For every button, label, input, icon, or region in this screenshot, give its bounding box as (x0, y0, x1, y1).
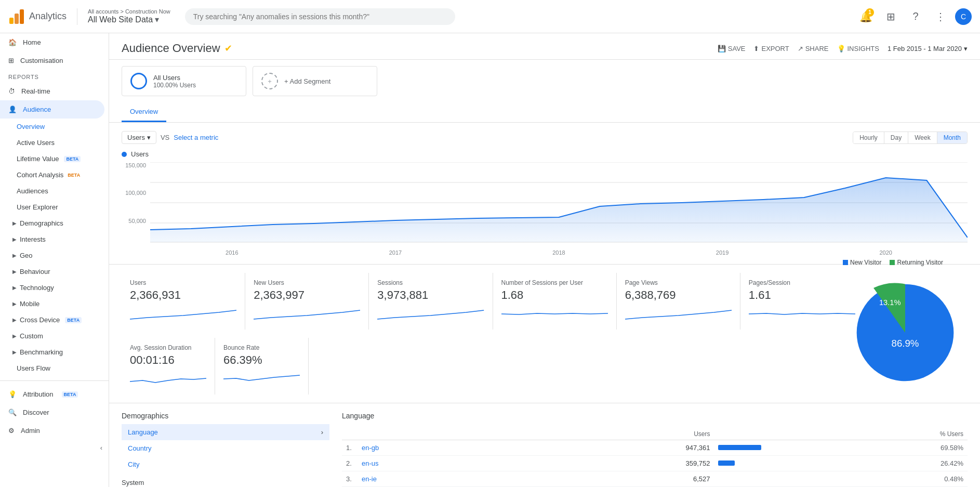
chart-section: Users ▾ VS Select a metric Hourly Day We… (109, 123, 980, 264)
avg-session-value: 00:01:16 (130, 353, 206, 367)
insights-button[interactable]: 💡 INSIGHTS (837, 45, 879, 52)
time-buttons: Hourly Day Week Month (853, 131, 968, 144)
audiences-label: Audiences (17, 187, 48, 195)
sidebar-home-label: Home (23, 38, 41, 46)
sessions-per-user-sparkline (501, 306, 608, 322)
sidebar-sub-behaviour[interactable]: ▶ Behaviour (0, 264, 109, 280)
y-label-150k: 150,000 (122, 162, 146, 168)
sidebar-item-home[interactable]: 🏠 Home (0, 33, 104, 51)
search-bar[interactable] (185, 8, 455, 25)
sidebar-sub-technology[interactable]: ▶ Technology (0, 280, 109, 296)
sidebar-item-audience[interactable]: 👤 Audience (0, 100, 104, 119)
pct-cell: 0.48% (776, 471, 968, 487)
select-metric-link[interactable]: Select a metric (174, 134, 218, 141)
hourly-button[interactable]: Hourly (853, 132, 884, 143)
line-chart (150, 162, 968, 243)
segment-name: All Users (153, 74, 196, 82)
bar-cell (714, 471, 776, 487)
add-segment-label: + Add Segment (284, 77, 330, 85)
page-title: Audience Overview ✔ (122, 42, 232, 55)
language-link[interactable]: Language (122, 424, 276, 440)
breadcrumb: All accounts > Construction Now All Web … (88, 8, 170, 24)
cross-device-beta-badge: BETA (65, 317, 82, 323)
table-row: 3. en-ie 6,527 0.48% (342, 471, 968, 487)
metric-dropdown[interactable]: Users ▾ (122, 131, 156, 144)
sidebar-sub-demographics[interactable]: ▶ Demographics (0, 215, 109, 231)
chevron-right-icon: ▶ (12, 253, 17, 258)
sidebar-sub-geo[interactable]: ▶ Geo (0, 247, 109, 264)
chart-controls: Users ▾ VS Select a metric Hourly Day We… (122, 131, 968, 144)
day-button[interactable]: Day (884, 132, 908, 143)
rank-cell: 3. (342, 471, 357, 487)
week-button[interactable]: Week (908, 132, 937, 143)
vs-label: VS (161, 134, 169, 141)
sidebar-sub-interests[interactable]: ▶ Interests (0, 231, 109, 247)
segment-pct: 100.00% Users (153, 82, 196, 89)
sidebar-item-realtime[interactable]: ⏱ Real-time (0, 82, 104, 100)
sidebar-item-admin[interactable]: ⚙ Admin (0, 422, 104, 440)
notification-button[interactable]: 🔔 1 (855, 6, 876, 27)
sidebar-sub-mobile[interactable]: ▶ Mobile (0, 296, 109, 312)
content-header: Audience Overview ✔ 💾 SAVE ⬆ EXPORT ↗ SH… (109, 33, 980, 60)
sidebar-sub-users-flow[interactable]: Users Flow (0, 360, 109, 376)
lang-col-header (357, 428, 514, 440)
save-button[interactable]: 💾 SAVE (718, 45, 746, 52)
sidebar-sub-overview[interactable]: Overview (0, 119, 109, 135)
table-row[interactable]: City (122, 456, 329, 472)
behaviour-label: Behaviour (20, 268, 50, 275)
new-visitor-label: New Visitor (850, 259, 881, 266)
insights-icon: 💡 (837, 45, 845, 52)
share-button[interactable]: ↗ SHARE (798, 45, 829, 52)
lang-link-cell[interactable]: en-gb (357, 440, 514, 456)
svg-rect-2 (20, 9, 24, 24)
avatar[interactable]: C (955, 8, 972, 25)
help-button[interactable]: ? (905, 6, 926, 27)
country-link[interactable]: Country (122, 440, 276, 456)
apps-button[interactable]: ⊞ (880, 6, 901, 27)
admin-icon: ⚙ (8, 427, 15, 435)
table-row[interactable]: Country (122, 440, 329, 456)
collapse-sidebar-button[interactable]: ‹ (0, 440, 109, 456)
lang-link-cell[interactable]: en-ie (357, 471, 514, 487)
sidebar-sub-lifetime-value[interactable]: Lifetime Value BETA (0, 151, 109, 167)
chevron-down-icon: ▾ (964, 45, 968, 52)
sessions-label: Sessions (377, 279, 484, 286)
add-segment-card[interactable]: + + Add Segment (253, 66, 377, 96)
chevron-right-icon: ▶ (12, 220, 17, 226)
city-link[interactable]: City (122, 456, 276, 472)
lang-link-cell[interactable]: en-us (357, 456, 514, 471)
search-input[interactable] (185, 8, 455, 25)
table-row[interactable]: Language › (122, 424, 329, 440)
page-title-text: Audience Overview (122, 42, 220, 55)
sidebar-sub-cohort[interactable]: Cohort Analysis BETA (0, 167, 109, 183)
demographics-table: Language › Country City (122, 424, 329, 472)
legend-label: Users (131, 150, 149, 158)
users-label: Users (130, 279, 236, 286)
sidebar-item-discover[interactable]: 🔍 Discover (0, 403, 104, 422)
sidebar: 🏠 Home ⊞ Customisation REPORTS ⏱ Real-ti… (0, 33, 109, 487)
breadcrumb-bottom[interactable]: All Web Site Data ▾ (88, 15, 170, 24)
sidebar-sub-custom[interactable]: ▶ Custom (0, 328, 109, 344)
pct-col-header: % Users (714, 428, 968, 440)
sidebar-item-customisation[interactable]: ⊞ Customisation (0, 51, 104, 70)
notification-badge: 1 (866, 8, 874, 17)
all-users-segment[interactable]: All Users 100.00% Users (122, 66, 246, 96)
month-button[interactable]: Month (937, 132, 967, 143)
segments-bar: All Users 100.00% Users + + Add Segment (109, 60, 980, 102)
sidebar-sub-audiences[interactable]: Audiences (0, 183, 109, 199)
attribution-label: Attribution (23, 390, 54, 398)
date-range-picker[interactable]: 1 Feb 2015 - 1 Mar 2020 ▾ (888, 45, 968, 52)
sidebar-sub-active-users[interactable]: Active Users (0, 135, 109, 151)
export-button[interactable]: ⬆ EXPORT (753, 45, 789, 52)
sidebar-sub-benchmarking[interactable]: ▶ Benchmarking (0, 344, 109, 360)
new-users-sparkline (254, 306, 360, 322)
sidebar-item-attribution[interactable]: 💡 Attribution BETA (0, 385, 104, 403)
more-button[interactable]: ⋮ (930, 6, 951, 27)
tab-overview[interactable]: Overview (122, 102, 166, 122)
table-row: 1. en-gb 947,361 69.58% (342, 440, 968, 456)
sidebar-sub-user-explorer[interactable]: User Explorer (0, 199, 109, 215)
y-axis-labels: 150,000 100,000 50,000 (122, 162, 150, 245)
chevron-right-icon: ▶ (12, 285, 17, 291)
sidebar-sub-cross-device[interactable]: ▶ Cross Device BETA (0, 312, 109, 328)
arrow-cell: › (276, 424, 329, 440)
